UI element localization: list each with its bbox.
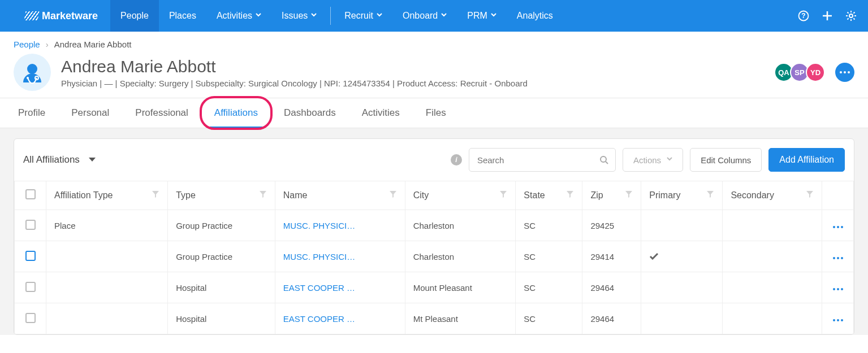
nav-item-label: Analytics (517, 11, 553, 21)
nav-item-prm[interactable]: PRM (457, 0, 507, 32)
column-header[interactable]: Type (168, 181, 275, 210)
check-icon (649, 252, 659, 262)
column-header[interactable]: City (405, 181, 516, 210)
cell[interactable]: MUSC. PHYSICI… (275, 241, 405, 272)
tab-affiliations[interactable]: Affiliations (210, 98, 262, 128)
chevron-down-icon (491, 11, 496, 21)
info-icon[interactable]: i (451, 154, 462, 165)
tab-files[interactable]: Files (421, 98, 451, 128)
column-label: City (413, 190, 429, 201)
cell[interactable]: MUSC. PHYSICI… (275, 210, 405, 241)
page-subtitle: Physician | — | Specialty: Surgery | Sub… (61, 79, 528, 88)
cell: Hospital (168, 303, 275, 334)
chevron-down-icon (667, 157, 672, 163)
nav-item-activities[interactable]: Activities (206, 0, 271, 32)
doctor-icon (21, 61, 44, 84)
add-affiliation-label: Add Affiliation (779, 155, 834, 165)
row-checkbox[interactable] (25, 251, 36, 261)
add-icon[interactable] (822, 10, 833, 21)
nav-item-recruit[interactable]: Recruit (334, 0, 392, 32)
help-icon[interactable] (798, 10, 809, 21)
nav-item-people[interactable]: People (110, 0, 159, 32)
filter-icon[interactable] (706, 190, 714, 201)
search-icon (599, 155, 608, 164)
chevron-down-icon (89, 158, 96, 162)
filter-icon[interactable] (625, 190, 633, 201)
filter-icon[interactable] (806, 190, 814, 201)
row-checkbox[interactable] (25, 282, 36, 292)
cell: Place (46, 210, 168, 241)
nav-item-places[interactable]: Places (159, 0, 206, 32)
cell: SC (516, 272, 582, 303)
search-input[interactable] (476, 155, 599, 165)
table-row: HospitalEAST COOPER …Mount PleasantSC294… (15, 272, 854, 303)
breadcrumb-root[interactable]: People (14, 40, 40, 49)
cell-secondary (723, 303, 822, 334)
tab-dashboards[interactable]: Dashboards (279, 98, 340, 128)
cell (46, 241, 168, 272)
row-checkbox[interactable] (25, 313, 36, 323)
nav-item-label: Onboard (403, 11, 438, 21)
nav-item-label: Issues (282, 11, 308, 21)
tab-profile[interactable]: Profile (14, 98, 50, 128)
toolbar: All Affiliations i Actions Edit Columns … (14, 139, 854, 181)
nav-item-issues[interactable]: Issues (271, 0, 327, 32)
row-actions-button[interactable] (822, 272, 854, 303)
filter-icon[interactable] (566, 190, 574, 201)
cell (46, 272, 168, 303)
avatar (14, 54, 51, 91)
column-header[interactable]: Primary (641, 181, 723, 210)
nav-item-analytics[interactable]: Analytics (507, 0, 563, 32)
table-row: HospitalEAST COOPER …Mt PleasantSC29464 (15, 303, 854, 334)
cell[interactable]: EAST COOPER … (275, 272, 405, 303)
settings-icon[interactable] (845, 10, 857, 21)
filter-icon[interactable] (152, 190, 159, 201)
tab-professional[interactable]: Professional (131, 98, 193, 128)
dots-icon (839, 71, 850, 74)
cell: SC (516, 210, 582, 241)
column-header[interactable]: Secondary (723, 181, 822, 210)
column-header[interactable]: Affiliation Type (46, 181, 168, 210)
add-affiliation-button[interactable]: Add Affiliation (768, 148, 845, 172)
column-label: Affiliation Type (54, 190, 113, 201)
nav-item-onboard[interactable]: Onboard (392, 0, 457, 32)
nav-item-label: PRM (467, 11, 487, 21)
top-nav: Marketware PeoplePlacesActivitiesIssuesR… (0, 0, 868, 32)
nav-item-label: Activities (217, 11, 252, 21)
filter-icon[interactable] (389, 190, 397, 201)
user-chip[interactable]: YD (806, 63, 825, 82)
more-actions-button[interactable] (835, 63, 854, 82)
cell: Charleston (405, 241, 516, 272)
cell-secondary (723, 272, 822, 303)
column-header-actions (822, 181, 854, 210)
column-header[interactable]: Name (275, 181, 405, 210)
column-header[interactable]: State (516, 181, 582, 210)
filter-icon[interactable] (499, 190, 507, 201)
chevron-down-icon (441, 11, 447, 21)
cell[interactable]: EAST COOPER … (275, 303, 405, 334)
cell: Charleston (405, 210, 516, 241)
cell: 29464 (582, 303, 641, 334)
cell-primary (641, 241, 723, 272)
cell-primary (641, 210, 723, 241)
brand[interactable]: Marketware (0, 0, 110, 32)
actions-dropdown[interactable]: Actions (623, 148, 683, 172)
cell: Group Practice (168, 210, 275, 241)
tab-personal[interactable]: Personal (67, 98, 114, 128)
row-actions-button[interactable] (822, 210, 854, 241)
breadcrumb: People › Andrea Marie Abbott (0, 32, 868, 54)
affiliation-filter-label: All Affiliations (23, 154, 80, 165)
cell: Hospital (168, 272, 275, 303)
search-input-wrap[interactable] (469, 148, 616, 172)
row-actions-button[interactable] (822, 303, 854, 334)
nav-separator (330, 7, 331, 25)
tab-activities[interactable]: Activities (357, 98, 404, 128)
row-actions-button[interactable] (822, 241, 854, 272)
edit-columns-label: Edit Columns (701, 155, 751, 165)
column-header[interactable]: Zip (582, 181, 641, 210)
select-all-checkbox[interactable] (25, 189, 36, 199)
filter-icon[interactable] (259, 190, 267, 201)
affiliation-filter-dropdown[interactable]: All Affiliations (23, 154, 96, 165)
row-checkbox[interactable] (25, 220, 36, 230)
edit-columns-button[interactable]: Edit Columns (690, 148, 762, 172)
